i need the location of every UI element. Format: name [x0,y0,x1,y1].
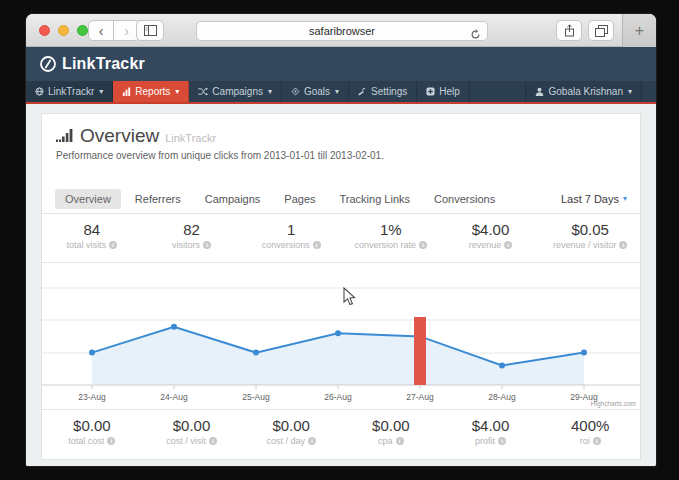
info-icon[interactable] [107,437,115,445]
stat-value: $0.00 [142,417,242,434]
stat-visitors: 82 visitors [142,214,242,262]
stat-label: cpa [378,436,393,446]
globe-icon [35,87,44,96]
refresh-icon[interactable] [470,26,481,44]
share-button[interactable] [556,20,582,41]
page-title-suffix: LinkTrackr [165,132,216,144]
minimize-button[interactable] [58,25,69,36]
nav-item-help[interactable]: Help [417,81,470,102]
info-icon[interactable] [203,241,211,249]
stat-total-cost: $0.00 total cost [42,410,142,459]
mouse-cursor [343,287,356,306]
stat-value: $0.00 [341,417,441,434]
sidebar-icon [144,25,157,36]
tab-tracking-links[interactable]: Tracking Links [330,189,421,209]
info-icon[interactable] [308,437,316,445]
stat-label: cost / visit [166,436,206,446]
info-icon[interactable] [498,437,506,445]
info-icon[interactable] [313,241,321,249]
zoom-button[interactable] [77,25,88,36]
info-icon[interactable] [209,437,217,445]
show-tabs-button[interactable] [588,20,614,41]
tab-conversions[interactable]: Conversions [424,189,505,209]
stat-value: $0.00 [241,417,341,434]
stat-total-visits: 84 total visits [42,214,142,262]
stat-label: cost / day [266,436,305,446]
page-content: Overview LinkTrackr Performance overview… [26,104,656,466]
date-range-selector[interactable]: Last 7 Days [561,193,627,205]
main-nav: LinkTrackr Reports Campaigns [26,80,656,102]
diamond-icon [291,87,300,96]
stat-value: $4.00 [441,221,541,238]
address-bar[interactable]: safaribrowser [196,21,488,41]
stat-roi: 400% roi [540,410,640,459]
nav-item-goals[interactable]: Goals [282,81,349,102]
stat-value: $4.00 [441,417,541,434]
user-icon [535,87,544,96]
stat-value: 1% [341,221,441,238]
info-icon[interactable] [593,437,601,445]
nav-label: Campaigns [212,86,263,97]
chart-credit[interactable]: Highcharts.com [591,400,636,407]
stat-cpa: $0.00 cpa [341,410,441,459]
browser-window: ‹ › safaribrowser [26,14,656,466]
wrench-icon [358,87,367,96]
info-icon[interactable] [504,241,512,249]
nav-item-settings[interactable]: Settings [349,81,417,102]
report-tabs: Overview Referrers Campaigns Pages Track… [42,174,640,214]
caret-down-icon [335,88,339,96]
tab-pages[interactable]: Pages [274,189,325,209]
nav-item-reports[interactable]: Reports [113,81,189,102]
stat-label: revenue / visitor [553,240,617,250]
info-icon[interactable] [419,241,427,249]
svg-text:23-Aug: 23-Aug [78,392,106,402]
overview-card: Overview LinkTrackr Performance overview… [41,113,641,460]
svg-text:27-Aug: 27-Aug [406,392,434,402]
stat-revenue: $4.00 revenue [441,214,541,262]
svg-text:25-Aug: 25-Aug [242,392,270,402]
info-icon[interactable] [619,241,627,249]
nav-item-linktrackr[interactable]: LinkTrackr [26,81,113,102]
browser-chrome: ‹ › safaribrowser [26,14,656,47]
nav-item-campaigns[interactable]: Campaigns [189,81,282,102]
card-header: Overview LinkTrackr Performance overview… [42,114,640,174]
info-icon[interactable] [109,241,117,249]
date-range-label: Last 7 Days [561,193,619,205]
share-icon [564,24,575,37]
stats-row-top: 84 total visits 82 visitors 1 conversion… [42,214,640,263]
stat-value: 84 [42,221,142,238]
signal-bars-icon [56,128,74,142]
url-text: safaribrowser [309,25,375,37]
stat-value: 400% [540,417,640,434]
chart-canvas: 23-Aug24-Aug25-Aug26-Aug27-Aug28-Aug29-A… [42,263,640,409]
info-icon[interactable] [396,437,404,445]
site-masthead: LinkTrackr [26,47,656,80]
stat-label: conversions [262,240,310,250]
nav-label: LinkTrackr [48,86,94,97]
back-button[interactable]: ‹ [88,20,114,41]
tab-overview[interactable]: Overview [55,189,121,209]
stat-label: visitors [172,240,200,250]
linktrackr-logo-icon [39,55,57,73]
stat-label: profit [475,436,495,446]
sidebar-toggle-button[interactable] [136,20,164,41]
bar-chart-icon [122,87,131,96]
user-menu[interactable]: Gobala Krishnan [525,81,642,102]
stat-label: total cost [68,436,104,446]
close-button[interactable] [39,25,50,36]
help-icon [426,87,435,96]
caret-down-icon [268,88,272,96]
stat-revenue-visitor: $0.05 revenue / visitor [540,214,640,262]
svg-text:24-Aug: 24-Aug [160,392,188,402]
traffic-lights [39,25,88,36]
new-tab-button[interactable]: + [622,14,656,47]
brand-name: LinkTrackr [62,55,145,73]
visits-chart[interactable]: 23-Aug24-Aug25-Aug26-Aug27-Aug28-Aug29-A… [42,263,640,409]
caret-down-icon [175,88,179,96]
stat-cost-visit: $0.00 cost / visit [142,410,242,459]
tab-referrers[interactable]: Referrers [125,189,191,209]
nav-label: Settings [371,86,407,97]
nav-label: Help [439,86,460,97]
tabs-icon [595,25,608,37]
tab-campaigns[interactable]: Campaigns [195,189,271,209]
